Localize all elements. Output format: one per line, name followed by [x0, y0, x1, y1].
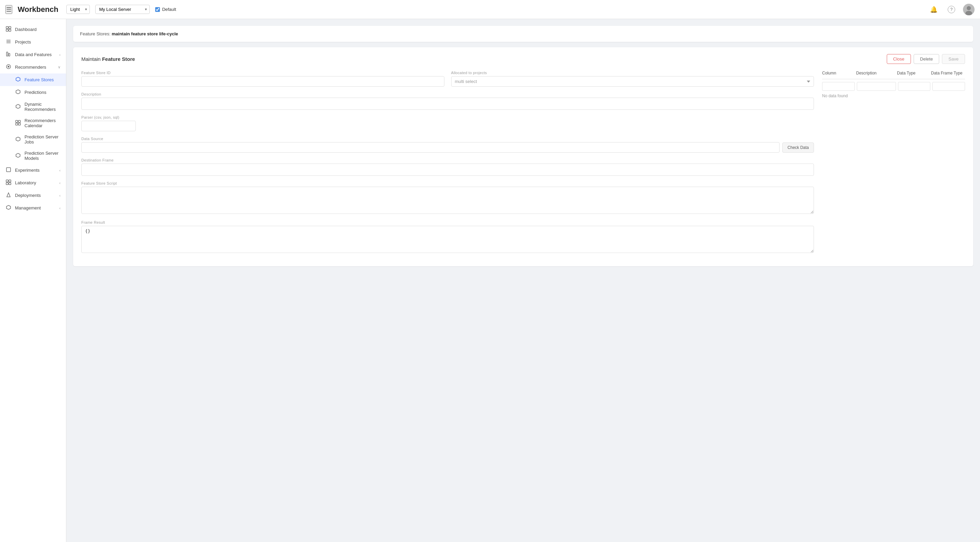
allocated-label: Allocated to projects: [451, 71, 814, 75]
destination-frame-group: Destination Frame: [81, 158, 814, 176]
svg-marker-14: [16, 77, 20, 81]
svg-rect-27: [9, 182, 11, 185]
sidebar-item-recommenders[interactable]: Recommenders ∨: [0, 61, 66, 73]
sidebar-item-recommenders-calendar[interactable]: Recommenders Calendar: [0, 115, 66, 131]
sidebar-item-deployments[interactable]: Deployments ‹: [0, 189, 66, 202]
sidebar-item-prediction-server-models[interactable]: Prediction Server Models: [0, 147, 66, 164]
app-title: Workbench: [18, 5, 58, 14]
sidebar-label-predictions: Predictions: [24, 90, 60, 95]
sidebar-item-projects[interactable]: Projects: [0, 36, 66, 48]
col-input-column[interactable]: [822, 82, 855, 91]
sidebar-label-management: Management: [15, 205, 56, 211]
laboratory-icon: [5, 179, 11, 186]
data-source-label: Data Source: [81, 137, 814, 141]
svg-rect-4: [9, 27, 11, 29]
script-group: Feature Store Script: [81, 181, 814, 215]
delete-button[interactable]: Delete: [914, 54, 940, 64]
destination-frame-label: Destination Frame: [81, 158, 814, 162]
frame-result-group: Frame Result {}: [81, 220, 814, 254]
frame-result-textarea[interactable]: {}: [81, 226, 814, 253]
server-selector[interactable]: My Local Server: [95, 5, 150, 14]
svg-marker-15: [16, 90, 20, 94]
parser-input[interactable]: [81, 121, 136, 131]
feature-store-form: Feature Store ID Allocated to projects m…: [81, 71, 814, 260]
notification-icon: 🔔: [930, 6, 937, 13]
svg-rect-10: [6, 52, 8, 56]
sidebar: Dashboard Projects Data and Features ‹ R…: [0, 19, 66, 542]
experiments-icon: [5, 167, 11, 173]
management-chevron: ‹: [59, 206, 60, 210]
svg-rect-25: [9, 180, 11, 182]
breadcrumb-text: maintain feature store life-cycle: [111, 31, 178, 36]
allocated-projects-select[interactable]: multi select: [451, 76, 814, 87]
col-input-frame-type[interactable]: [932, 82, 965, 91]
dashboard-icon: [5, 26, 11, 33]
sidebar-item-data-features[interactable]: Data and Features ‹: [0, 48, 66, 61]
default-checkbox-label[interactable]: Default: [155, 7, 176, 12]
table-input-row: [822, 82, 965, 91]
sidebar-item-experiments[interactable]: Experiments ‹: [0, 164, 66, 176]
prediction-server-jobs-icon: [15, 136, 21, 143]
svg-rect-11: [8, 53, 10, 56]
menu-icon[interactable]: ☰: [5, 5, 12, 14]
panel-title: Maintain Feature Store: [81, 56, 135, 62]
laboratory-chevron: ‹: [59, 181, 60, 185]
svg-marker-22: [16, 153, 20, 157]
data-source-group: Data Source Check Data: [81, 137, 814, 153]
feature-store-id-input[interactable]: [81, 76, 444, 87]
sidebar-item-dynamic-recommenders[interactable]: Dynamic Recommenders: [0, 98, 66, 115]
description-label: Description: [81, 92, 814, 96]
avatar-icon: [963, 4, 975, 15]
breadcrumb: Feature Stores: maintain feature store l…: [73, 26, 973, 42]
svg-marker-16: [16, 105, 20, 108]
description-group: Description: [81, 92, 814, 110]
description-input[interactable]: [81, 98, 814, 110]
avatar[interactable]: [963, 4, 975, 15]
svg-rect-20: [18, 123, 21, 125]
frame-result-label: Frame Result: [81, 220, 814, 224]
table-header-row: Column Description Data Type Data Frame …: [822, 71, 965, 79]
sidebar-label-prediction-server-jobs: Prediction Server Jobs: [24, 134, 60, 144]
sidebar-label-dashboard: Dashboard: [15, 27, 60, 32]
data-source-row: Check Data: [81, 142, 814, 153]
sidebar-item-laboratory[interactable]: Laboratory ‹: [0, 176, 66, 189]
destination-frame-input[interactable]: [81, 163, 814, 176]
sidebar-item-predictions[interactable]: Predictions: [0, 86, 66, 98]
script-label: Feature Store Script: [81, 181, 814, 185]
help-button[interactable]: ?: [945, 3, 958, 16]
svg-point-1: [967, 6, 971, 10]
col-header-frame-type: Data Frame Type: [931, 71, 965, 76]
check-data-button[interactable]: Check Data: [782, 143, 814, 153]
column-table: Column Description Data Type Data Frame …: [822, 71, 965, 260]
svg-rect-19: [16, 123, 18, 125]
default-checkbox[interactable]: [155, 7, 160, 12]
theme-selector[interactable]: Light: [66, 5, 90, 14]
sidebar-label-feature-stores: Feature Stores: [24, 77, 60, 82]
predictions-icon: [15, 89, 21, 95]
sidebar-label-experiments: Experiments: [15, 168, 56, 173]
breadcrumb-prefix: Feature Stores:: [80, 31, 111, 36]
col-input-data-type[interactable]: [898, 82, 931, 91]
main-content: Feature Stores: maintain feature store l…: [66, 19, 980, 542]
script-textarea[interactable]: [81, 187, 814, 214]
sidebar-item-prediction-server-jobs[interactable]: Prediction Server Jobs: [0, 131, 66, 147]
col-header-column: Column: [822, 71, 856, 76]
recommenders-icon: [5, 64, 11, 70]
save-button[interactable]: Save: [942, 54, 965, 64]
sidebar-label-data-features: Data and Features: [15, 52, 56, 57]
notification-button[interactable]: 🔔: [928, 3, 940, 16]
sidebar-item-dashboard[interactable]: Dashboard: [0, 23, 66, 36]
svg-rect-3: [6, 27, 8, 29]
sidebar-item-feature-stores[interactable]: Feature Stores: [0, 73, 66, 86]
app-header: ☰ Workbench Light My Local Server Defaul…: [0, 0, 980, 19]
svg-marker-29: [6, 205, 11, 209]
data-source-input[interactable]: [81, 142, 780, 153]
deployments-icon: [5, 192, 11, 198]
parser-label: Parser (csv, json, sql): [81, 115, 814, 119]
close-button[interactable]: Close: [887, 54, 911, 64]
deployments-chevron: ‹: [59, 193, 60, 198]
panel-actions: Close Delete Save: [887, 54, 965, 64]
col-input-description[interactable]: [857, 82, 896, 91]
sidebar-label-dynamic-recommenders: Dynamic Recommenders: [24, 101, 60, 112]
sidebar-item-management[interactable]: Management ‹: [0, 202, 66, 214]
